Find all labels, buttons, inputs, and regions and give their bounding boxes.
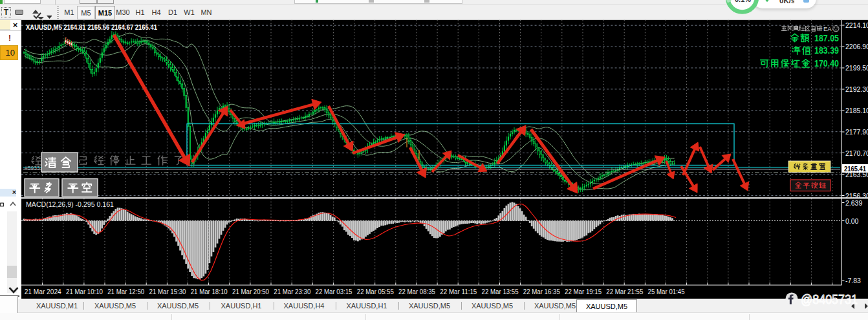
svg-text:21 Mar 18:10: 21 Mar 18:10	[191, 288, 228, 295]
svg-text:22 Mar 13:55: 22 Mar 13:55	[482, 288, 519, 295]
svg-text:22 Mar 19:15: 22 Mar 19:15	[565, 288, 602, 295]
svg-text:21 Mar 20:50: 21 Mar 20:50	[232, 288, 269, 295]
svg-text:2214.10: 2214.10	[845, 21, 868, 29]
svg-text:0.1%: 0.1%	[735, 0, 751, 3]
svg-text:183.39: 183.39	[814, 45, 839, 56]
svg-text:22 Mar 05:55: 22 Mar 05:55	[357, 288, 394, 295]
svg-text:XAUUSD,M5 2164.81 2165.56 2164: XAUUSD,M5 2164.81 2165.56 2164.67 2165.4…	[26, 23, 157, 31]
svg-text:21 Mar 2024: 21 Mar 2024	[25, 288, 61, 295]
svg-text:2199.50: 2199.50	[845, 64, 868, 72]
svg-text:2165.41: 2165.41	[844, 165, 866, 173]
svg-text:21 Mar 15:30: 21 Mar 15:30	[149, 288, 186, 295]
svg-text:@8405731: @8405731	[801, 292, 858, 306]
svg-text:2185.10: 2185.10	[845, 107, 868, 114]
svg-text:2192.30: 2192.30	[845, 85, 868, 93]
svg-text:2.639: 2.639	[845, 199, 862, 207]
svg-text:0K/s: 0K/s	[779, 0, 794, 5]
svg-text:22 Mar 16:35: 22 Mar 16:35	[523, 288, 560, 295]
svg-text:0.00: 0.00	[845, 217, 859, 225]
svg-text:21 Mar 10:10: 21 Mar 10:10	[66, 288, 103, 295]
svg-text:25 Mar 01:45: 25 Mar 01:45	[648, 288, 685, 295]
svg-text:-7.83: -7.83	[845, 277, 861, 284]
svg-text:187.05: 187.05	[814, 32, 839, 43]
svg-text:22 Mar 08:35: 22 Mar 08:35	[398, 288, 435, 295]
svg-text:2170.70: 2170.70	[845, 149, 868, 157]
svg-text:21 Mar 12:50: 21 Mar 12:50	[107, 288, 144, 295]
svg-text:2206.90: 2206.90	[845, 43, 868, 50]
svg-text:22 Mar 03:15: 22 Mar 03:15	[316, 288, 353, 295]
svg-text:22 Mar 21:55: 22 Mar 21:55	[606, 288, 643, 295]
svg-text:22 Mar 11:15: 22 Mar 11:15	[440, 288, 477, 295]
svg-text:2177.90: 2177.90	[845, 128, 868, 136]
svg-text:21 Mar 23:30: 21 Mar 23:30	[274, 288, 310, 295]
svg-text:#5933: #5933	[25, 165, 40, 171]
svg-text:MACD(12,26,9) -0.295 0.161: MACD(12,26,9) -0.295 0.161	[26, 200, 114, 208]
svg-text:170.40: 170.40	[814, 58, 839, 69]
